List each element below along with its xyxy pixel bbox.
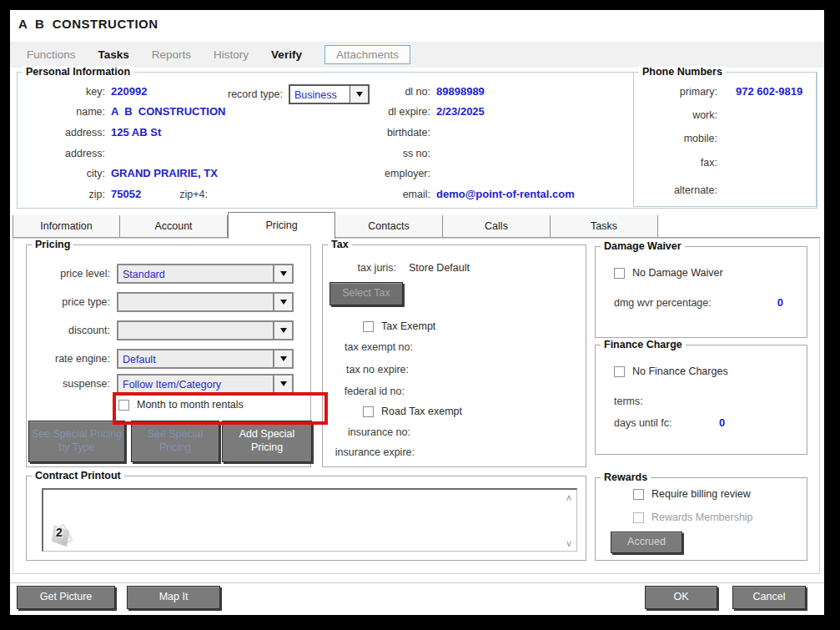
rate-engine-label: rate engine: xyxy=(27,353,110,365)
road-tax-exempt-checkbox[interactable] xyxy=(363,406,374,417)
dl-no-label: dl no: xyxy=(347,86,430,98)
tab-account[interactable]: Account xyxy=(120,215,228,237)
cancel-button[interactable]: Cancel xyxy=(732,586,806,609)
discount-dropdown[interactable] xyxy=(117,320,294,340)
finance-charge-legend: Finance Charge xyxy=(601,339,686,350)
tax-no-expire-label: tax no expire: xyxy=(323,364,409,375)
alternate-label: alternate: xyxy=(638,184,717,196)
menu-attachments[interactable]: Attachments xyxy=(324,45,410,64)
menu-tasks[interactable]: Tasks xyxy=(98,48,129,61)
ss-no-label: ss no: xyxy=(347,148,430,159)
damage-waiver-legend: Damage Waiver xyxy=(601,240,685,252)
work-label: work: xyxy=(638,109,717,121)
no-damage-waiver-checkbox[interactable] xyxy=(614,268,625,279)
no-finance-charges-checkbox[interactable] xyxy=(614,366,625,377)
terms-label: terms: xyxy=(614,396,714,407)
cursor-badge-number: 2 xyxy=(56,526,63,539)
rewards-membership-checkbox[interactable] xyxy=(633,512,644,523)
ok-button[interactable]: OK xyxy=(645,586,717,609)
pricing-group: Pricing price level: Standard price type… xyxy=(26,244,311,467)
suspense-arrow-button[interactable] xyxy=(273,375,292,392)
address2-label: address: xyxy=(26,148,105,159)
see-special-pricing-by-type-button[interactable]: See Special Pricing by Type xyxy=(28,421,125,462)
require-billing-review-checkbox[interactable] xyxy=(633,489,644,500)
get-picture-button[interactable]: Get Picture xyxy=(17,586,115,609)
suspense-dropdown[interactable]: Follow Item/Category xyxy=(117,374,294,394)
map-it-button[interactable]: Map It xyxy=(127,586,220,609)
see-special-pricing-button[interactable]: See Special Pricing xyxy=(131,421,219,462)
menu-reports[interactable]: Reports xyxy=(152,48,191,61)
tab-tasks[interactable]: Tasks xyxy=(551,215,658,237)
menu-verify[interactable]: Verify xyxy=(271,48,302,61)
price-level-label: price level: xyxy=(27,268,110,280)
no-damage-waiver-label: No Damage Waiver xyxy=(632,267,723,279)
chevron-down-icon xyxy=(280,271,287,276)
days-until-fc-label: days until fc: xyxy=(614,417,714,429)
dl-expire-label: dl expire: xyxy=(347,106,430,118)
tab-pricing[interactable]: Pricing xyxy=(228,212,335,239)
price-type-value xyxy=(118,294,273,310)
primary-label: primary: xyxy=(638,86,717,98)
app-window: A B CONSTRUCTION Functions Tasks Reports… xyxy=(10,10,824,615)
primary-value: 972 602-9819 xyxy=(736,85,802,98)
price-type-dropdown[interactable] xyxy=(117,292,294,312)
phone-numbers-group: Phone Numbers primary: 972 602-9819 work… xyxy=(633,72,817,207)
road-tax-row: Road Tax exempt xyxy=(363,406,462,417)
tab-contacts[interactable]: Contacts xyxy=(335,215,443,237)
rewards-legend: Rewards xyxy=(601,471,651,483)
month-to-month-row: Month to month rentals xyxy=(118,399,244,411)
tabstrip: Information Account Pricing Contacts Cal… xyxy=(13,212,820,238)
dl-expire-value: 2/23/2025 xyxy=(436,105,485,118)
accrued-button[interactable]: Accrued xyxy=(611,532,682,553)
tax-exempt-no-label: tax exempt no: xyxy=(323,341,413,353)
page-title: A B CONSTRUCTION xyxy=(18,17,158,31)
price-type-label: price type: xyxy=(27,296,110,308)
price-level-dropdown[interactable]: Standard xyxy=(117,264,294,284)
federal-id-label: federal id no: xyxy=(323,386,405,397)
menu-functions[interactable]: Functions xyxy=(27,48,76,61)
tax-exempt-row: Tax Exempt xyxy=(363,320,435,332)
suspense-label: suspense: xyxy=(27,378,110,390)
select-tax-button[interactable]: Select Tax xyxy=(329,282,403,305)
name-value: A B CONSTRUCTION xyxy=(111,105,225,118)
chevron-down-icon xyxy=(280,300,287,305)
tab-information[interactable]: Information xyxy=(13,215,120,237)
personal-info-group: Personal Information key: 220992 name: A… xyxy=(17,72,817,209)
city-label: city: xyxy=(26,168,105,179)
address1-label: address: xyxy=(26,127,105,139)
insurance-no-label: insurance no: xyxy=(323,426,410,438)
fax-label: fax: xyxy=(638,157,717,169)
cursor-badge-icon: 2 xyxy=(50,523,72,548)
insurance-expire-label: insurance expire: xyxy=(323,446,415,458)
birthdate-label: birthdate: xyxy=(347,127,430,139)
rate-engine-dropdown[interactable]: Default xyxy=(117,349,294,369)
no-damage-waiver-row: No Damage Waiver xyxy=(614,267,723,279)
finance-charge-group: Finance Charge No Finance Charges terms:… xyxy=(595,345,807,455)
dl-no-value: 89898989 xyxy=(436,85,485,98)
phone-numbers-legend: Phone Numbers xyxy=(639,66,726,78)
pricing-tab-content: Pricing price level: Standard price type… xyxy=(13,238,820,574)
road-tax-exempt-label: Road Tax exempt xyxy=(381,406,462,417)
price-level-arrow-button[interactable] xyxy=(273,265,292,282)
price-type-arrow-button[interactable] xyxy=(273,294,292,310)
rewards-membership-row: Rewards Membership xyxy=(633,512,753,523)
tab-calls[interactable]: Calls xyxy=(443,215,551,237)
name-label: name: xyxy=(26,106,105,118)
rewards-group: Rewards Require billing review Rewards M… xyxy=(595,477,807,561)
discount-label: discount: xyxy=(27,325,110,336)
tax-group: Tax tax juris: Store Default Select Tax … xyxy=(322,244,586,467)
month-to-month-checkbox[interactable] xyxy=(118,400,129,411)
scroll-down-icon[interactable]: ∨ xyxy=(566,539,572,547)
tax-exempt-checkbox[interactable] xyxy=(363,321,374,332)
discount-value xyxy=(118,322,273,339)
add-special-pricing-button[interactable]: Add Special Pricing xyxy=(222,421,312,462)
scroll-up-icon[interactable]: ∧ xyxy=(566,493,572,501)
contract-printout-textarea[interactable]: ∧ ∨ 2 xyxy=(42,488,577,552)
contract-printout-group: Contract Printout ∧ ∨ 2 xyxy=(26,476,586,561)
menu-history[interactable]: History xyxy=(214,48,249,61)
contract-scrollbar[interactable]: ∧ ∨ xyxy=(562,491,576,550)
rate-engine-arrow-button[interactable] xyxy=(273,350,292,367)
city-value: GRAND PRAIRIE, TX xyxy=(111,167,218,179)
discount-arrow-button[interactable] xyxy=(273,322,292,339)
suspense-value: Follow Item/Category xyxy=(118,375,273,392)
